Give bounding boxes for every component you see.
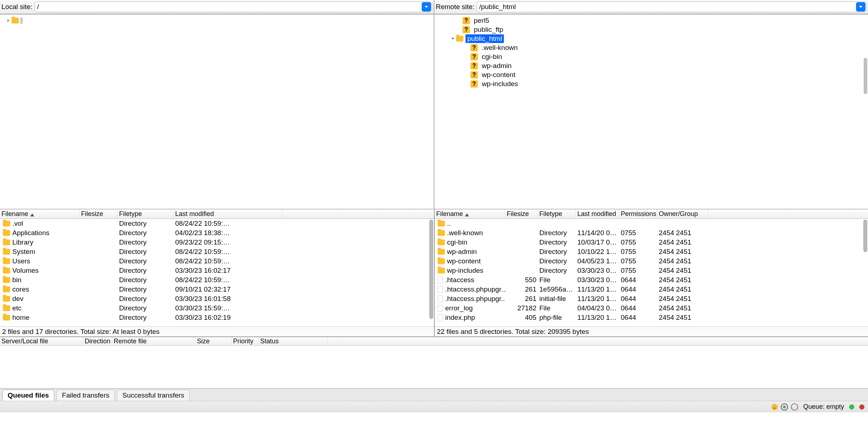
folder-icon bbox=[3, 230, 10, 236]
refresh-icon[interactable] bbox=[781, 403, 788, 411]
file-row[interactable]: LibraryDirectory09/23/22 09:15:… bbox=[0, 238, 434, 247]
file-row[interactable]: .well-knownDirectory11/14/20 00:1…075524… bbox=[435, 228, 868, 238]
local-scrollbar[interactable] bbox=[429, 220, 433, 319]
tree-item-label[interactable]: .well-known bbox=[480, 43, 519, 52]
file-row[interactable]: devDirectory03/30/23 16:01:58 bbox=[0, 294, 434, 304]
queue-tab[interactable]: Failed transfers bbox=[56, 390, 115, 401]
file-row[interactable]: .htaccess.phpupgr..261initial-file11/13/… bbox=[435, 294, 868, 304]
file-name: Volumes bbox=[12, 267, 39, 275]
remote-site-label: Remote site: bbox=[434, 3, 477, 11]
file-row[interactable]: wp-includesDirectory03/30/23 01:…0755245… bbox=[435, 266, 868, 275]
chevron-down-icon[interactable] bbox=[450, 35, 456, 42]
column-header[interactable]: Permissions bbox=[619, 209, 657, 218]
file-owner: 2454 2451 bbox=[657, 276, 708, 284]
tree-item-label[interactable]: wp-admin bbox=[480, 61, 513, 70]
file-row[interactable]: cgi-binDirectory10/03/17 08:…07552454 24… bbox=[435, 238, 868, 247]
local-file-list[interactable]: .volDirectory08/24/22 10:59:…Application… bbox=[0, 219, 434, 326]
file-type: 1e5956a3… bbox=[538, 285, 576, 293]
folder-icon bbox=[3, 249, 10, 255]
tree-item[interactable]: ?wp-includes bbox=[434, 79, 868, 88]
remote-tree[interactable]: ?perl5?public_ftppublic_html?.well-known… bbox=[434, 14, 868, 209]
remote-site-combo[interactable] bbox=[477, 1, 867, 12]
file-name: cgi-bin bbox=[447, 238, 467, 246]
file-row[interactable]: .. bbox=[435, 219, 868, 228]
column-header[interactable]: Filename bbox=[0, 209, 80, 218]
column-header[interactable]: Server/Local file bbox=[0, 337, 83, 345]
file-type: Directory bbox=[118, 257, 174, 265]
remote-site-input[interactable] bbox=[477, 3, 856, 11]
column-header[interactable]: Owner/Group bbox=[657, 209, 708, 218]
tree-item[interactable]: ?.well-known bbox=[434, 43, 868, 52]
remote-scrollbar[interactable] bbox=[863, 220, 867, 252]
file-row[interactable]: .htaccess550File03/30/23 09:…06442454 24… bbox=[435, 275, 868, 285]
column-header[interactable]: Filesize bbox=[80, 209, 118, 218]
tree-item-label[interactable]: cgi-bin bbox=[480, 52, 504, 61]
file-modified: 10/03/17 08:… bbox=[576, 238, 619, 246]
column-header[interactable]: Status bbox=[259, 337, 328, 345]
file-row[interactable]: UsersDirectory08/24/22 10:59:… bbox=[0, 256, 434, 266]
file-row[interactable]: .volDirectory08/24/22 10:59:… bbox=[0, 219, 434, 228]
tree-item[interactable]: ?cgi-bin bbox=[434, 52, 868, 61]
remote-file-list[interactable]: ...well-knownDirectory11/14/20 00:1…0755… bbox=[435, 219, 868, 326]
column-header[interactable]: Filetype bbox=[118, 209, 174, 218]
file-row[interactable]: index.php405php-file11/13/20 11:3…064424… bbox=[435, 313, 868, 322]
column-header[interactable]: Last modified bbox=[576, 209, 619, 218]
queue-tab[interactable]: Successful transfers bbox=[117, 390, 190, 401]
file-row[interactable]: etcDirectory03/30/23 15:59:… bbox=[0, 304, 434, 313]
local-tree[interactable]: / bbox=[0, 14, 434, 209]
chevron-right-icon[interactable] bbox=[5, 17, 12, 24]
column-header[interactable]: Size bbox=[195, 337, 232, 345]
tree-item[interactable]: ?wp-content bbox=[434, 70, 868, 79]
queue-header[interactable]: Server/Local fileDirectionRemote fileSiz… bbox=[0, 336, 868, 346]
folder-icon bbox=[438, 249, 445, 255]
file-row[interactable]: wp-adminDirectory10/10/22 12:5…07552454 … bbox=[435, 247, 868, 256]
file-modified: 09/10/21 02:32:17 bbox=[174, 285, 282, 293]
column-header[interactable]: Priority bbox=[232, 337, 259, 345]
file-row[interactable]: VolumesDirectory03/30/23 16:02:17 bbox=[0, 266, 434, 275]
tree-item[interactable]: public_html bbox=[434, 34, 868, 43]
activity-icon[interactable] bbox=[791, 403, 798, 411]
folder-icon bbox=[3, 268, 10, 273]
tree-item-label[interactable]: wp-includes bbox=[480, 80, 520, 88]
queue-body[interactable] bbox=[0, 346, 868, 389]
file-row[interactable]: error_log27182File04/04/23 00:…06442454 … bbox=[435, 304, 868, 313]
lock-icon[interactable]: 🔒 bbox=[771, 404, 778, 410]
local-file-header[interactable]: FilenameFilesizeFiletypeLast modified bbox=[0, 209, 434, 219]
column-header[interactable]: Direction bbox=[83, 337, 112, 345]
file-row[interactable]: wp-contentDirectory04/05/23 11:…07552454… bbox=[435, 256, 868, 266]
file-name: index.php bbox=[445, 314, 475, 322]
tree-item-label[interactable]: wp-content bbox=[480, 71, 517, 79]
file-name: etc bbox=[12, 304, 21, 312]
file-type: Directory bbox=[118, 304, 174, 312]
remote-file-header[interactable]: FilenameFilesizeFiletypeLast modifiedPer… bbox=[435, 209, 868, 219]
unknown-folder-icon: ? bbox=[471, 80, 478, 88]
file-row[interactable]: homeDirectory03/30/23 16:02:19 bbox=[0, 313, 434, 322]
file-name: Applications bbox=[12, 229, 49, 237]
file-modified: 03/30/23 15:59:… bbox=[174, 304, 282, 312]
folder-icon bbox=[456, 36, 463, 42]
column-header[interactable]: Filesize bbox=[505, 209, 538, 218]
column-header[interactable]: Filename bbox=[435, 209, 505, 218]
file-row[interactable]: SystemDirectory08/24/22 10:59:… bbox=[0, 247, 434, 256]
folder-icon bbox=[3, 258, 10, 264]
tree-item-label[interactable]: perl5 bbox=[472, 16, 491, 25]
local-site-input[interactable] bbox=[35, 3, 422, 11]
tree-item-label[interactable]: public_ftp bbox=[472, 25, 505, 34]
file-row[interactable]: .htaccess.phpupgr…2611e5956a3…11/13/20 1… bbox=[435, 285, 868, 294]
file-type: Directory bbox=[538, 267, 576, 275]
column-header[interactable]: Filetype bbox=[538, 209, 576, 218]
local-site-dropdown-button[interactable] bbox=[422, 2, 431, 12]
column-header[interactable]: Remote file bbox=[112, 337, 195, 345]
tree-item-label[interactable]: public_html bbox=[465, 34, 504, 43]
tree-item[interactable]: ?perl5 bbox=[434, 16, 868, 25]
remote-site-dropdown-button[interactable] bbox=[856, 2, 865, 12]
local-site-combo[interactable] bbox=[35, 1, 432, 12]
file-row[interactable]: coresDirectory09/10/21 02:32:17 bbox=[0, 285, 434, 294]
tree-item[interactable]: ?wp-admin bbox=[434, 61, 868, 70]
file-row[interactable]: binDirectory08/24/22 10:59:… bbox=[0, 275, 434, 285]
column-header[interactable]: Last modified bbox=[174, 209, 282, 218]
queue-tab[interactable]: Queued files bbox=[2, 390, 54, 401]
file-icon bbox=[438, 296, 443, 302]
tree-item[interactable]: ?public_ftp bbox=[434, 25, 868, 34]
file-row[interactable]: ApplicationsDirectory04/02/23 18:38:… bbox=[0, 228, 434, 238]
